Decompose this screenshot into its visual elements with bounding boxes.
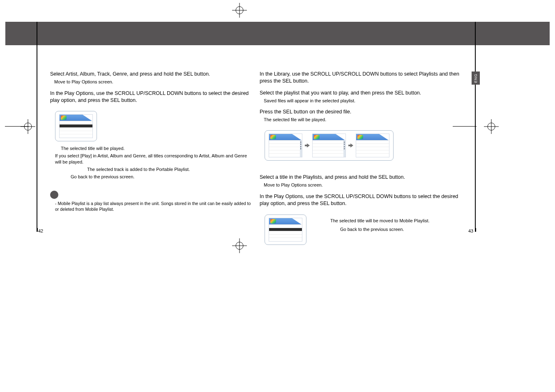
mini-screen-icon bbox=[59, 114, 93, 138]
page-right: In the Library, use the SCROLL UP/SCROLL… bbox=[260, 45, 473, 249]
option-desc: Go back to the previous screen. bbox=[340, 226, 430, 233]
note-block bbox=[50, 191, 251, 199]
step-subtext: Move to Play Options screen. bbox=[54, 79, 251, 85]
page-number: 43 bbox=[468, 228, 473, 233]
option-desc: The selected title will be played. bbox=[61, 145, 251, 152]
step-text: Select the playlist that you want to pla… bbox=[260, 90, 473, 97]
device-screenshot bbox=[265, 214, 306, 245]
mini-screen-icon bbox=[312, 134, 346, 157]
registration-mark-icon bbox=[21, 119, 35, 134]
note-icon bbox=[50, 191, 58, 199]
trim-tick bbox=[37, 228, 38, 232]
step-text: In the Play Options, use the SCROLL UP/S… bbox=[50, 90, 251, 104]
step-text: In the Play Options, use the SCROLL UP/S… bbox=[260, 193, 461, 207]
arrow-right-icon bbox=[305, 143, 310, 148]
trim-tick bbox=[475, 228, 476, 232]
registration-mark-icon bbox=[232, 3, 247, 18]
mini-screen-icon bbox=[269, 134, 302, 157]
page-number: 42 bbox=[38, 228, 43, 233]
step-text: In the Library, use the SCROLL UP/SCROLL… bbox=[260, 71, 461, 85]
step-text: Select a title in the Playlists, and pre… bbox=[260, 174, 473, 181]
trim-line bbox=[37, 22, 37, 231]
option-desc: Go back to the previous screen. bbox=[71, 174, 251, 180]
mini-screen-icon bbox=[269, 218, 302, 242]
header-dark-band bbox=[5, 22, 550, 45]
step-text: Press the SEL button on the desired file… bbox=[260, 108, 473, 115]
arrow-right-icon bbox=[348, 143, 353, 148]
note-text: - Mobile Playlist is a play list always … bbox=[55, 201, 251, 212]
option-desc: If you select [Play] in Artist, Album an… bbox=[55, 153, 251, 165]
step-subtext: Saved files will appear in the selected … bbox=[264, 98, 473, 104]
step-subtext: Move to Play Options screen. bbox=[264, 182, 473, 188]
trim-line bbox=[475, 22, 476, 231]
device-screenshot bbox=[55, 111, 97, 141]
page-left: Select Artist, Album, Track, Genre, and … bbox=[50, 45, 251, 212]
option-desc: The selected track is added to the Porta… bbox=[87, 166, 251, 173]
option-desc: The selected title will be moved to Mobi… bbox=[330, 218, 430, 224]
mini-screen-icon bbox=[356, 134, 389, 157]
registration-mark-icon bbox=[232, 238, 247, 253]
language-label: ENG bbox=[474, 74, 478, 83]
device-screenshot-row bbox=[265, 130, 394, 161]
registration-mark-icon bbox=[484, 119, 499, 134]
trim-line bbox=[5, 126, 29, 127]
step-text: Select Artist, Album, Track, Genre, and … bbox=[50, 71, 251, 78]
step-subtext: The selected file will be played. bbox=[264, 117, 473, 123]
